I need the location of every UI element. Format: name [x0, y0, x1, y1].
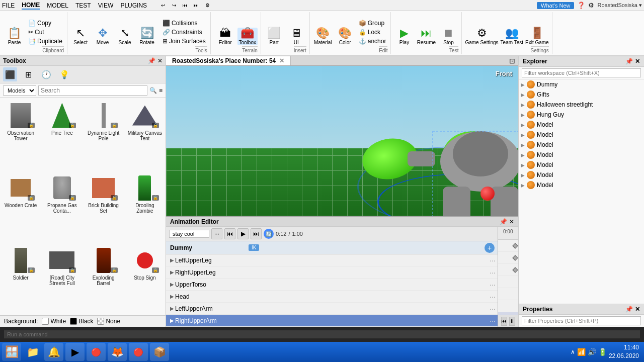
anim-foot-pause[interactable]: ⏸: [509, 317, 515, 326]
ribbon-ui-btn[interactable]: 🖥 UI: [286, 28, 306, 45]
settings-btn[interactable]: ⚙: [588, 2, 594, 9]
taskbar-app-2[interactable]: ▶: [65, 343, 85, 361]
ribbon-rotate-btn[interactable]: 🔄 Rotate: [137, 28, 157, 45]
toolbox-clock-icon[interactable]: 🕐: [39, 67, 53, 81]
taskbar-start-btn[interactable]: 🪟: [2, 343, 21, 361]
ribbon-duplicate-btn[interactable]: 📑Duplicate: [27, 37, 64, 45]
list-item[interactable]: 🔒 Propane Gas Conta...: [41, 170, 83, 243]
explorer-item-gifts[interactable]: ▶ Gifts: [519, 89, 644, 100]
undo-btn[interactable]: ↩: [158, 1, 168, 10]
list-item[interactable]: 🔒 Stop Sign: [124, 243, 166, 315]
taskbar-app-4[interactable]: 🦊: [108, 343, 127, 361]
user-menu[interactable]: RoastedSosiska ▾: [597, 2, 642, 9]
list-item[interactable]: 🔒 Exploding Barrel: [83, 243, 124, 315]
diamond[interactable]: [512, 267, 518, 273]
anim-track-row[interactable]: ▶ LeftUpperArm ···: [166, 303, 498, 315]
taskbar-app-5[interactable]: 🔴: [129, 343, 148, 361]
properties-close-btn[interactable]: ✕: [635, 306, 640, 313]
explorer-item-dummy[interactable]: ▶ Dummy: [519, 79, 644, 89]
menu-home[interactable]: HOME: [22, 2, 40, 10]
menu-model[interactable]: MODEL: [47, 2, 68, 9]
ribbon-constraints-btn[interactable]: 🔗Constraints: [161, 28, 207, 36]
anim-prev-btn[interactable]: ⏮: [224, 228, 235, 239]
anim-track-row-selected[interactable]: ▶ RightUpperArm ···: [166, 315, 498, 327]
ribbon-lock-btn[interactable]: 🔒Lock: [357, 28, 388, 36]
nav-btn-1[interactable]: ⏮: [180, 1, 190, 10]
ribbon-editor-btn[interactable]: 🏔 Editor: [215, 28, 235, 45]
viewport-expand-btn[interactable]: ⊡: [509, 57, 515, 65]
anim-add-track-btn[interactable]: +: [485, 243, 495, 253]
explorer-item-hung-guy[interactable]: ▶ Hung Guy: [519, 110, 644, 120]
ribbon-material-btn[interactable]: 🎨 Material: [313, 28, 333, 45]
anim-play-btn[interactable]: ▶: [237, 228, 249, 239]
toolbox-category-dropdown[interactable]: Models: [3, 85, 36, 96]
ribbon-game-settings-btn[interactable]: ⚙ Game Settings: [465, 28, 498, 45]
explorer-item-model-5[interactable]: ▶ Model: [519, 160, 644, 170]
taskbar-app-6[interactable]: 📦: [150, 343, 169, 361]
ribbon-select-btn[interactable]: ↖ Select: [70, 28, 91, 45]
whats-new-button[interactable]: What's New: [537, 2, 574, 9]
redo-btn[interactable]: ↪: [169, 1, 179, 10]
options-btn[interactable]: ⚙: [202, 1, 212, 10]
taskbar-clock[interactable]: 11:40 22.06.2020: [609, 343, 639, 360]
ribbon-scale-btn[interactable]: ⤡ Scale: [115, 28, 135, 45]
bg-white-option[interactable]: White: [42, 318, 66, 325]
anim-close-btn[interactable]: ✕: [509, 218, 514, 225]
tray-chevron[interactable]: ∧: [571, 348, 575, 355]
list-item[interactable]: 🔒 Military Canvas Tent: [124, 98, 166, 170]
anim-ik-btn[interactable]: IK: [249, 244, 259, 251]
ribbon-part-btn[interactable]: ⬜ Part: [264, 28, 284, 45]
list-item[interactable]: 🔒 Brick Building Set: [83, 170, 124, 243]
list-item[interactable]: 🔒 Soldier: [0, 243, 41, 315]
toolbox-search-input[interactable]: [38, 85, 147, 96]
bg-black-option[interactable]: Black: [70, 318, 93, 325]
toolbox-pin-btn[interactable]: 📌: [148, 57, 155, 64]
anim-loop-btn[interactable]: 🔄: [264, 229, 274, 239]
diamond[interactable]: [512, 255, 518, 260]
explorer-item-model-1[interactable]: ▶ Model: [519, 120, 644, 130]
viewport-tab-close[interactable]: ✕: [279, 57, 284, 64]
explorer-item-model-4[interactable]: ▶ Model: [519, 150, 644, 160]
ribbon-collisions-btn[interactable]: ⬛Collisions: [161, 19, 207, 27]
toolbox-light-icon[interactable]: 💡: [57, 67, 71, 81]
ribbon-cut-btn[interactable]: ✂Cut: [27, 28, 64, 36]
anim-track-row[interactable]: ▶ UpperTorso ···: [166, 279, 498, 291]
taskbar-file-explorer[interactable]: 📁: [23, 343, 42, 361]
list-item[interactable]: 🔒 Drooling Zombie: [124, 170, 166, 243]
ribbon-stop-btn[interactable]: ⏹ Stop: [438, 28, 458, 45]
menu-view[interactable]: VIEW: [98, 2, 114, 9]
ribbon-color-btn[interactable]: 🎨 Color: [335, 28, 355, 45]
ribbon-group-btn[interactable]: 📦Group: [357, 19, 388, 27]
list-item[interactable]: 🔒 Dynamic Light Pole: [83, 98, 124, 170]
list-item[interactable]: 🔒 Pine Tree: [41, 98, 83, 170]
explorer-close-btn[interactable]: ✕: [635, 58, 640, 65]
list-item[interactable]: 🔒 [Road] City Streets Full: [41, 243, 83, 315]
explorer-item-model-6[interactable]: ▶ Model: [519, 170, 644, 180]
properties-pin-btn[interactable]: 📌: [625, 306, 633, 313]
ribbon-team-test-btn[interactable]: 👥 Team Test: [501, 28, 523, 45]
anim-track-row[interactable]: ▶ LeftUpperLeg ···: [166, 254, 498, 266]
anim-menu-btn[interactable]: ···: [211, 228, 222, 239]
explorer-pin-btn[interactable]: 📌: [625, 58, 633, 65]
toolbox-grid-icon[interactable]: ⊞: [21, 67, 35, 81]
toolbox-close-btn[interactable]: ✕: [157, 57, 163, 64]
ribbon-toolbox-btn[interactable]: 🧰 Toolbox: [237, 28, 258, 45]
viewport-3d[interactable]: Front: [166, 66, 518, 216]
command-input[interactable]: [4, 330, 640, 338]
anim-track-row[interactable]: ▶ RightUpperLeg ···: [166, 266, 498, 279]
anim-pin-btn[interactable]: 📌: [500, 218, 507, 225]
explorer-item-model-7[interactable]: ▶ Model: [519, 180, 644, 190]
explorer-item-model-3[interactable]: ▶ Model: [519, 140, 644, 150]
menu-file[interactable]: FILE: [2, 2, 15, 9]
diamond[interactable]: [512, 243, 518, 248]
anim-track-row[interactable]: ▶ Head ···: [166, 291, 498, 303]
ribbon-paste-btn[interactable]: 📋 Paste: [3, 28, 26, 45]
explorer-item-model-2[interactable]: ▶ Model: [519, 130, 644, 140]
viewport-tab-main[interactable]: RoastedSosiska's Place Number: 54 ✕: [166, 56, 291, 65]
help-btn[interactable]: ❓: [577, 2, 585, 9]
anim-next-btn[interactable]: ⏭: [251, 228, 262, 239]
ribbon-exit-game-btn[interactable]: 🚪 Exit Game: [525, 28, 549, 45]
ribbon-move-btn[interactable]: ✥ Move: [93, 28, 113, 45]
taskbar-app-1[interactable]: 🔔: [44, 343, 63, 361]
ribbon-resume-btn[interactable]: ⏭ Resume: [416, 28, 436, 45]
